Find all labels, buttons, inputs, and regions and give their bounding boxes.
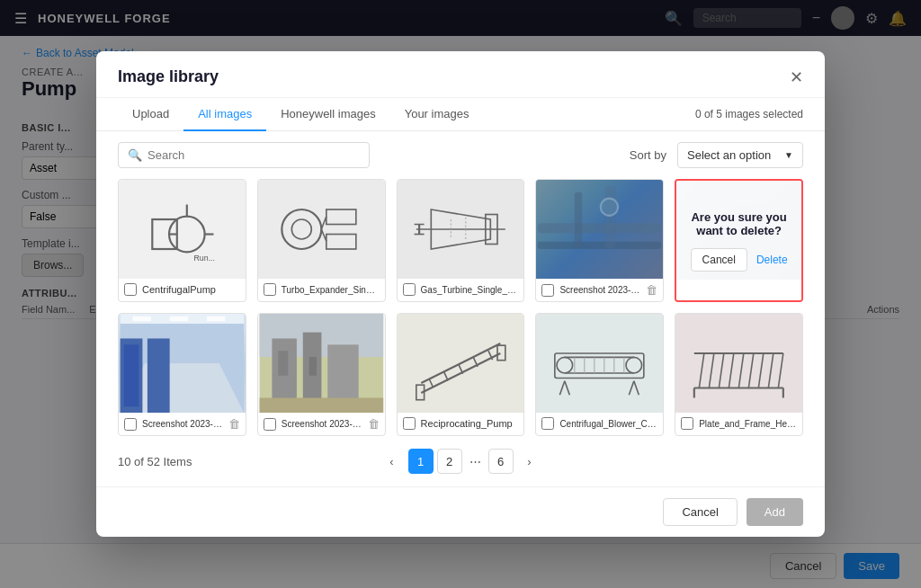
item-footer-turbo: Turbo_Expander_Single_S haft_Single_Unit… bbox=[258, 279, 385, 300]
image-gasturbine bbox=[398, 180, 524, 279]
sort-select[interactable]: Select an option ▼ bbox=[677, 142, 803, 168]
grid-item-screenshot1[interactable]: Screenshot 2023-08-10 At 12.... 🗑 bbox=[535, 179, 664, 302]
pagination-prev-button[interactable]: ‹ bbox=[380, 449, 405, 474]
item-label-screenshot1: Screenshot 2023-08-10 At 12.... bbox=[559, 284, 640, 296]
svg-rect-29 bbox=[124, 344, 139, 406]
checkbox-centrifugal[interactable] bbox=[124, 283, 137, 296]
svg-line-11 bbox=[321, 229, 326, 241]
pagination-page-6-button[interactable]: 6 bbox=[488, 449, 514, 474]
item-footer-screenshot1: Screenshot 2023-08-10 At 12.... 🗑 bbox=[536, 279, 663, 301]
svg-rect-40 bbox=[278, 351, 288, 376]
pagination-wrapper: 10 of 52 Items ‹ 1 2 ⋯ 6 › bbox=[96, 436, 825, 486]
grid-item-screenshot2[interactable]: Screenshot 2023-08-10 At 12.... 🗑 bbox=[118, 313, 246, 436]
item-label-screenshot3: Screenshot 2023-08-10 At 12.... bbox=[282, 418, 362, 430]
grid-item-plate[interactable]: Plate_and_Frame_Heat_Ex changer bbox=[675, 313, 803, 436]
svg-rect-30 bbox=[148, 339, 170, 414]
modal-header: Image library ✕ bbox=[96, 51, 825, 98]
checkbox-screenshot3[interactable] bbox=[264, 418, 276, 431]
delete-confirm-button[interactable]: Delete bbox=[756, 248, 788, 272]
svg-point-6 bbox=[282, 209, 321, 249]
svg-rect-32 bbox=[132, 316, 151, 322]
tab-all-images[interactable]: All images bbox=[183, 98, 266, 131]
modal-footer: Cancel Add bbox=[96, 486, 825, 537]
grid-item-turbo[interactable]: Turbo_Expander_Single_S haft_Single_Unit… bbox=[257, 179, 386, 302]
svg-line-10 bbox=[321, 217, 326, 229]
item-label-screenshot2: Screenshot 2023-08-10 At 12.... bbox=[142, 418, 223, 430]
add-modal-button[interactable]: Add bbox=[747, 498, 803, 526]
modal-tabs: Upload All images Honeywell images Your … bbox=[96, 98, 825, 131]
image-screenshot2 bbox=[119, 314, 246, 413]
pagination-next-button[interactable]: › bbox=[517, 449, 542, 474]
checkbox-reciprocating[interactable] bbox=[403, 417, 416, 430]
pagination-count: 10 of 52 Items bbox=[118, 455, 192, 468]
grid-item-blower[interactable]: Centrifugal_Blower_Const ant_Speed bbox=[535, 313, 664, 436]
item-footer-reciprocating: Reciprocating_Pump bbox=[398, 413, 524, 434]
sort-chevron-icon: ▼ bbox=[784, 150, 793, 160]
item-footer-screenshot2: Screenshot 2023-08-10 At 12.... 🗑 bbox=[119, 413, 246, 435]
svg-line-77 bbox=[779, 353, 784, 388]
screenshot2-svg bbox=[119, 314, 246, 413]
image-library-modal: Image library ✕ Upload All images Honeyw… bbox=[96, 51, 825, 537]
delete-confirm-buttons: Cancel Delete bbox=[691, 248, 788, 272]
svg-text:Run...: Run... bbox=[194, 254, 215, 263]
checkbox-screenshot2[interactable] bbox=[124, 418, 137, 431]
svg-line-71 bbox=[720, 353, 725, 388]
svg-line-69 bbox=[700, 353, 705, 388]
checkbox-screenshot1[interactable] bbox=[541, 284, 554, 297]
checkbox-plate[interactable] bbox=[681, 417, 693, 430]
svg-line-76 bbox=[769, 353, 774, 388]
svg-rect-20 bbox=[538, 223, 662, 233]
search-input-modal[interactable] bbox=[148, 148, 360, 162]
delete-confirm-text: Are you sure you want to delete? bbox=[676, 210, 801, 237]
svg-rect-9 bbox=[326, 235, 356, 250]
item-label-reciprocating: Reciprocating_Pump bbox=[421, 417, 519, 430]
tab-honeywell-images[interactable]: Honeywell images bbox=[266, 98, 390, 131]
checkbox-turbo[interactable] bbox=[264, 283, 276, 296]
svg-line-72 bbox=[729, 353, 735, 388]
svg-point-54 bbox=[626, 357, 642, 373]
pagination-page-2-button[interactable]: 2 bbox=[437, 449, 462, 474]
svg-rect-34 bbox=[207, 316, 226, 322]
svg-rect-22 bbox=[575, 192, 582, 248]
image-screenshot1 bbox=[536, 180, 663, 279]
item-label-plate: Plate_and_Frame_Heat_Ex changer bbox=[699, 418, 797, 430]
grid-item-gasturbine[interactable]: Gas_Turbine_Single_Shaft _Simple_Cycle bbox=[397, 179, 525, 302]
svg-rect-8 bbox=[326, 209, 356, 225]
svg-line-63 bbox=[560, 381, 566, 395]
delete-icon-screenshot1[interactable]: 🗑 bbox=[646, 283, 657, 297]
checkbox-blower[interactable] bbox=[541, 417, 554, 430]
svg-line-43 bbox=[421, 343, 500, 383]
svg-rect-42 bbox=[259, 398, 383, 414]
tab-your-images[interactable]: Your images bbox=[390, 98, 484, 131]
svg-rect-51 bbox=[497, 345, 505, 361]
item-footer-blower: Centrifugal_Blower_Const ant_Speed bbox=[536, 413, 663, 434]
plate-heat-exchanger-svg bbox=[688, 324, 790, 403]
gas-turbine-svg bbox=[410, 190, 512, 269]
delete-icon-screenshot3[interactable]: 🗑 bbox=[368, 417, 380, 431]
svg-rect-33 bbox=[170, 316, 189, 322]
grid-item-reciprocating[interactable]: Reciprocating_Pump bbox=[397, 313, 525, 436]
selection-count: 0 of 5 images selected bbox=[695, 99, 803, 129]
checkbox-gasturbine[interactable] bbox=[403, 283, 416, 296]
grid-item-screenshot3[interactable]: Screenshot 2023-08-10 At 12.... 🗑 bbox=[257, 313, 386, 436]
image-blower bbox=[536, 314, 663, 413]
search-box: 🔍 bbox=[118, 142, 370, 168]
pagination-page-1-button[interactable]: 1 bbox=[408, 449, 434, 474]
pagination-controls: ‹ 1 2 ⋯ 6 › bbox=[380, 449, 542, 474]
cancel-modal-button[interactable]: Cancel bbox=[663, 498, 737, 526]
delete-cancel-button[interactable]: Cancel bbox=[691, 248, 747, 272]
grid-item-centrifugal[interactable]: Run... CentrifugalPump bbox=[118, 179, 246, 302]
item-footer-centrifugal: CentrifugalPump bbox=[119, 279, 246, 300]
screenshot3-svg bbox=[258, 314, 385, 413]
image-screenshot3 bbox=[258, 314, 385, 413]
svg-line-46 bbox=[443, 371, 448, 380]
turbo-expander-svg bbox=[271, 190, 372, 269]
centrifugal-pump-svg: Run... bbox=[131, 190, 233, 269]
image-plate bbox=[675, 314, 802, 413]
svg-rect-21 bbox=[538, 242, 662, 249]
modal-close-button[interactable]: ✕ bbox=[790, 69, 803, 85]
delete-icon-screenshot2[interactable]: 🗑 bbox=[228, 417, 240, 431]
tab-upload[interactable]: Upload bbox=[118, 98, 183, 131]
svg-rect-23 bbox=[606, 186, 616, 248]
grid-item-delete-confirm: Are you sure you want to delete? Cancel … bbox=[675, 179, 803, 302]
